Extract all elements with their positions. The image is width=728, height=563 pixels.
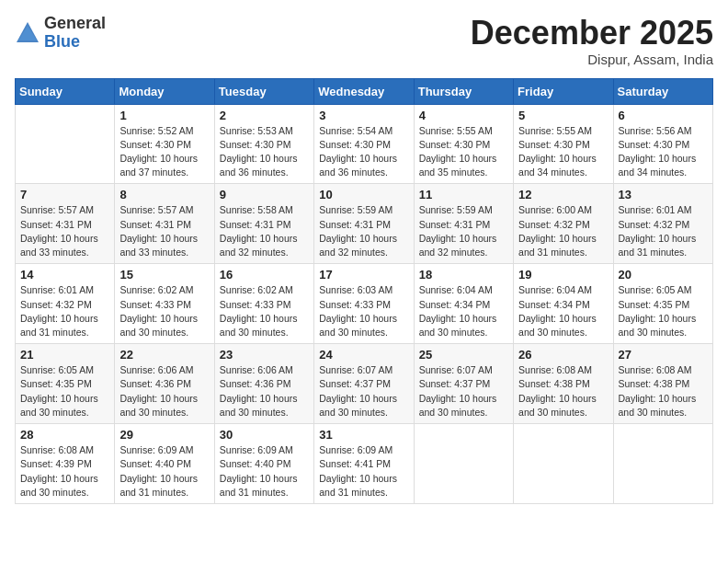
day-cell — [16, 104, 115, 184]
svg-marker-1 — [18, 26, 37, 40]
day-cell: 19Sunrise: 6:04 AMSunset: 4:34 PMDayligh… — [514, 264, 613, 344]
day-cell: 27Sunrise: 6:08 AMSunset: 4:38 PMDayligh… — [613, 344, 712, 424]
day-cell: 9Sunrise: 5:58 AMSunset: 4:31 PMDaylight… — [214, 184, 313, 264]
day-info: Sunrise: 5:56 AMSunset: 4:30 PMDaylight:… — [619, 124, 708, 180]
day-info: Sunrise: 6:08 AMSunset: 4:39 PMDaylight:… — [20, 443, 109, 500]
day-info: Sunrise: 5:58 AMSunset: 4:31 PMDaylight:… — [220, 203, 309, 259]
day-number: 7 — [20, 188, 109, 201]
col-header-monday: Monday — [115, 78, 214, 104]
calendar-table: SundayMondayTuesdayWednesdayThursdayFrid… — [15, 78, 713, 504]
day-cell: 13Sunrise: 6:01 AMSunset: 4:32 PMDayligh… — [613, 184, 712, 264]
col-header-sunday: Sunday — [16, 78, 115, 104]
calendar-header-row: SundayMondayTuesdayWednesdayThursdayFrid… — [16, 78, 713, 104]
day-cell: 2Sunrise: 5:53 AMSunset: 4:30 PMDaylight… — [214, 104, 313, 184]
day-info: Sunrise: 6:09 AMSunset: 4:40 PMDaylight:… — [220, 443, 309, 500]
page-header: General Blue December 2025 Dispur, Assam… — [15, 15, 713, 67]
col-header-wednesday: Wednesday — [314, 78, 414, 104]
day-cell: 25Sunrise: 6:07 AMSunset: 4:37 PMDayligh… — [414, 344, 513, 424]
day-info: Sunrise: 6:07 AMSunset: 4:37 PMDaylight:… — [419, 363, 508, 419]
day-info: Sunrise: 6:08 AMSunset: 4:38 PMDaylight:… — [619, 363, 708, 419]
day-cell: 24Sunrise: 6:07 AMSunset: 4:37 PMDayligh… — [314, 344, 414, 424]
day-number: 9 — [220, 188, 309, 201]
day-cell: 17Sunrise: 6:03 AMSunset: 4:33 PMDayligh… — [314, 264, 414, 344]
day-info: Sunrise: 6:02 AMSunset: 4:33 PMDaylight:… — [220, 283, 309, 339]
day-number: 18 — [419, 268, 508, 282]
week-row-2: 7Sunrise: 5:57 AMSunset: 4:31 PMDaylight… — [16, 184, 713, 264]
logo-blue-text: Blue — [44, 33, 106, 52]
day-number: 4 — [419, 109, 508, 122]
day-cell: 8Sunrise: 5:57 AMSunset: 4:31 PMDaylight… — [115, 184, 214, 264]
day-info: Sunrise: 5:59 AMSunset: 4:31 PMDaylight:… — [319, 203, 408, 259]
day-number: 13 — [619, 188, 708, 201]
day-cell: 22Sunrise: 6:06 AMSunset: 4:36 PMDayligh… — [115, 344, 214, 424]
day-cell: 21Sunrise: 6:05 AMSunset: 4:35 PMDayligh… — [16, 344, 115, 424]
day-number: 29 — [119, 428, 209, 442]
day-number: 10 — [319, 188, 408, 201]
day-number: 12 — [518, 188, 608, 201]
day-number: 6 — [619, 109, 708, 122]
col-header-friday: Friday — [514, 78, 613, 104]
logo-general-text: General — [44, 15, 106, 33]
day-info: Sunrise: 5:57 AMSunset: 4:31 PMDaylight:… — [119, 203, 209, 259]
day-number: 24 — [319, 348, 408, 362]
logo-icon — [15, 20, 40, 46]
day-number: 17 — [319, 268, 408, 282]
day-info: Sunrise: 6:05 AMSunset: 4:35 PMDaylight:… — [619, 283, 708, 339]
col-header-tuesday: Tuesday — [214, 78, 313, 104]
day-info: Sunrise: 6:06 AMSunset: 4:36 PMDaylight:… — [119, 363, 209, 419]
col-header-thursday: Thursday — [414, 78, 513, 104]
day-cell: 23Sunrise: 6:06 AMSunset: 4:36 PMDayligh… — [214, 344, 313, 424]
day-info: Sunrise: 6:09 AMSunset: 4:41 PMDaylight:… — [319, 443, 408, 500]
day-cell — [613, 424, 712, 504]
day-info: Sunrise: 6:03 AMSunset: 4:33 PMDaylight:… — [319, 283, 408, 339]
day-number: 28 — [20, 428, 109, 442]
day-cell: 3Sunrise: 5:54 AMSunset: 4:30 PMDaylight… — [314, 104, 414, 184]
day-cell: 16Sunrise: 6:02 AMSunset: 4:33 PMDayligh… — [214, 264, 313, 344]
day-info: Sunrise: 6:09 AMSunset: 4:40 PMDaylight:… — [119, 443, 209, 500]
day-number: 8 — [119, 188, 209, 201]
day-cell: 12Sunrise: 6:00 AMSunset: 4:32 PMDayligh… — [514, 184, 613, 264]
day-number: 1 — [119, 109, 209, 122]
day-number: 2 — [220, 109, 309, 122]
day-number: 26 — [518, 348, 608, 362]
day-cell: 28Sunrise: 6:08 AMSunset: 4:39 PMDayligh… — [16, 424, 115, 504]
day-cell: 4Sunrise: 5:55 AMSunset: 4:30 PMDaylight… — [414, 104, 513, 184]
day-info: Sunrise: 6:00 AMSunset: 4:32 PMDaylight:… — [518, 203, 608, 259]
day-number: 25 — [419, 348, 508, 362]
day-info: Sunrise: 5:55 AMSunset: 4:30 PMDaylight:… — [419, 124, 508, 180]
day-number: 3 — [319, 109, 408, 122]
day-info: Sunrise: 5:52 AMSunset: 4:30 PMDaylight:… — [119, 124, 209, 180]
day-info: Sunrise: 5:57 AMSunset: 4:31 PMDaylight:… — [20, 203, 109, 259]
day-cell — [414, 424, 513, 504]
day-info: Sunrise: 6:07 AMSunset: 4:37 PMDaylight:… — [319, 363, 408, 419]
day-cell: 20Sunrise: 6:05 AMSunset: 4:35 PMDayligh… — [613, 264, 712, 344]
day-cell: 7Sunrise: 5:57 AMSunset: 4:31 PMDaylight… — [16, 184, 115, 264]
day-info: Sunrise: 5:54 AMSunset: 4:30 PMDaylight:… — [319, 124, 408, 180]
day-info: Sunrise: 5:55 AMSunset: 4:30 PMDaylight:… — [518, 124, 608, 180]
day-cell: 15Sunrise: 6:02 AMSunset: 4:33 PMDayligh… — [115, 264, 214, 344]
day-number: 11 — [419, 188, 508, 201]
day-cell: 31Sunrise: 6:09 AMSunset: 4:41 PMDayligh… — [314, 424, 414, 504]
day-info: Sunrise: 6:01 AMSunset: 4:32 PMDaylight:… — [20, 283, 109, 339]
day-cell: 18Sunrise: 6:04 AMSunset: 4:34 PMDayligh… — [414, 264, 513, 344]
month-title: December 2025 — [471, 15, 713, 52]
location-subtitle: Dispur, Assam, India — [471, 52, 713, 67]
week-row-1: 1Sunrise: 5:52 AMSunset: 4:30 PMDaylight… — [16, 104, 713, 184]
day-cell: 14Sunrise: 6:01 AMSunset: 4:32 PMDayligh… — [16, 264, 115, 344]
day-number: 21 — [20, 348, 109, 362]
day-cell: 6Sunrise: 5:56 AMSunset: 4:30 PMDaylight… — [613, 104, 712, 184]
day-number: 14 — [20, 268, 109, 282]
day-number: 5 — [518, 109, 608, 122]
logo: General Blue — [15, 15, 106, 52]
day-info: Sunrise: 6:01 AMSunset: 4:32 PMDaylight:… — [619, 203, 708, 259]
day-cell: 29Sunrise: 6:09 AMSunset: 4:40 PMDayligh… — [115, 424, 214, 504]
day-cell: 26Sunrise: 6:08 AMSunset: 4:38 PMDayligh… — [514, 344, 613, 424]
day-info: Sunrise: 6:04 AMSunset: 4:34 PMDaylight:… — [518, 283, 608, 339]
day-info: Sunrise: 6:05 AMSunset: 4:35 PMDaylight:… — [20, 363, 109, 419]
day-info: Sunrise: 5:53 AMSunset: 4:30 PMDaylight:… — [220, 124, 309, 180]
day-info: Sunrise: 5:59 AMSunset: 4:31 PMDaylight:… — [419, 203, 508, 259]
day-cell: 10Sunrise: 5:59 AMSunset: 4:31 PMDayligh… — [314, 184, 414, 264]
title-block: December 2025 Dispur, Assam, India — [471, 15, 713, 67]
day-number: 22 — [119, 348, 209, 362]
week-row-5: 28Sunrise: 6:08 AMSunset: 4:39 PMDayligh… — [16, 424, 713, 504]
